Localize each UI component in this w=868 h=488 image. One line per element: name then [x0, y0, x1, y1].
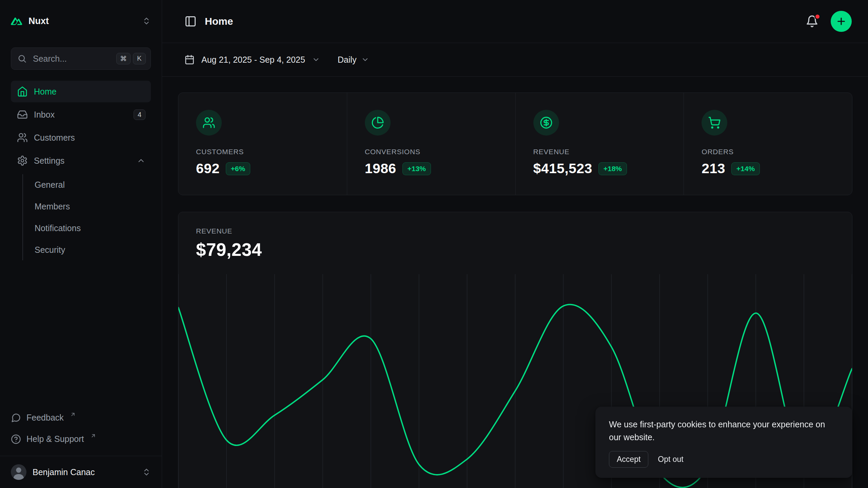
- sidebar-item-label: Home: [34, 87, 57, 97]
- home-icon: [17, 86, 28, 97]
- sidebar-item-home[interactable]: Home: [11, 81, 151, 102]
- users-icon: [17, 132, 28, 143]
- sidebar-bottom: Feedback Help & Support: [0, 407, 162, 488]
- sidebar-item-customers[interactable]: Customers: [11, 127, 151, 148]
- search-icon: [17, 54, 27, 63]
- settings-submenu: General Members Notifications Security: [22, 174, 151, 260]
- stat-value: 692: [196, 161, 220, 177]
- kbd-cmd: ⌘: [116, 53, 131, 64]
- inbox-icon: [17, 109, 28, 120]
- person-silhouette-icon: [11, 464, 26, 480]
- cart-icon: [702, 110, 727, 136]
- stat-delta-badge: +14%: [731, 162, 760, 175]
- external-link-icon: [70, 411, 76, 418]
- calendar-icon: [184, 55, 195, 65]
- cookie-message: We use first-party cookies to enhance yo…: [609, 418, 839, 444]
- cookie-optout-button[interactable]: Opt out: [656, 451, 685, 467]
- feedback-link[interactable]: Feedback: [11, 407, 151, 428]
- add-button[interactable]: [831, 11, 852, 32]
- search-input[interactable]: Search... ⌘ K: [11, 47, 151, 70]
- chevron-down-icon: [312, 56, 320, 64]
- avatar: [11, 464, 26, 480]
- revenue-chart-label: REVENUE: [196, 227, 852, 235]
- plus-icon: [836, 16, 847, 27]
- team-name: Nuxt: [28, 16, 49, 26]
- help-circle-icon: [11, 434, 21, 444]
- stat-value: 1986: [365, 161, 396, 177]
- stat-label: ORDERS: [702, 148, 845, 156]
- granularity-value: Daily: [338, 55, 357, 65]
- stat-label: REVENUE: [533, 148, 677, 156]
- chevrons-up-down-icon: [142, 468, 151, 476]
- search-placeholder: Search...: [33, 54, 67, 64]
- external-link-icon: [90, 433, 96, 439]
- message-circle-icon: [11, 413, 21, 423]
- team-switcher[interactable]: Nuxt: [11, 12, 151, 30]
- users-icon: [196, 110, 222, 136]
- granularity-select[interactable]: Daily: [338, 55, 370, 65]
- stat-value: $415,523: [533, 161, 592, 177]
- stat-value: 213: [702, 161, 725, 177]
- revenue-chart-value: $79,234: [196, 239, 852, 260]
- page-header: Home: [162, 0, 868, 43]
- stat-label: CUSTOMERS: [196, 148, 340, 156]
- sidebar: Nuxt Search... ⌘ K Home: [0, 0, 162, 488]
- stat-orders[interactable]: ORDERS 213 +14%: [684, 93, 852, 195]
- date-range-picker[interactable]: Aug 21, 2025 - Sep 4, 2025: [184, 55, 320, 65]
- stat-revenue[interactable]: REVENUE $415,523 +18%: [515, 93, 684, 195]
- sidebar-item-members[interactable]: Members: [32, 196, 151, 217]
- sidebar-item-notifications[interactable]: Notifications: [32, 218, 151, 239]
- filters-toolbar: Aug 21, 2025 - Sep 4, 2025 Daily: [162, 43, 868, 77]
- user-menu[interactable]: Benjamin Canac: [0, 456, 162, 488]
- stat-conversions[interactable]: CONVERSIONS 1986 +13%: [347, 93, 515, 195]
- sidebar-item-label: Inbox: [34, 110, 55, 120]
- chevron-up-icon: [137, 156, 145, 165]
- page-title: Home: [205, 16, 233, 27]
- nuxt-logo-icon: [11, 17, 22, 25]
- sidebar-nav: Home Inbox 4 Customers: [11, 81, 151, 262]
- sidebar-item-label: Customers: [34, 133, 75, 143]
- notifications-button[interactable]: [804, 14, 820, 29]
- help-support-label: Help & Support: [26, 434, 84, 444]
- sidebar-top: Nuxt Search... ⌘ K Home: [0, 0, 162, 262]
- panel-left-icon[interactable]: [184, 15, 197, 27]
- cookie-banner: We use first-party cookies to enhance yo…: [595, 407, 852, 478]
- user-name: Benjamin Canac: [33, 467, 95, 477]
- stat-delta-badge: +13%: [402, 162, 431, 175]
- sidebar-item-label: Settings: [34, 156, 64, 166]
- chevron-down-icon: [361, 56, 369, 64]
- stat-customers[interactable]: CUSTOMERS 692 +6%: [178, 93, 347, 195]
- stat-delta-badge: +18%: [598, 162, 627, 175]
- chevrons-up-down-icon: [142, 17, 151, 25]
- stat-delta-badge: +6%: [226, 162, 251, 175]
- cookie-accept-button[interactable]: Accept: [609, 451, 648, 468]
- pie-chart-icon: [365, 110, 391, 136]
- sidebar-item-security[interactable]: Security: [32, 239, 151, 260]
- stat-label: CONVERSIONS: [365, 148, 509, 156]
- inbox-count-badge: 4: [134, 109, 145, 120]
- sidebar-item-settings[interactable]: Settings: [11, 150, 151, 171]
- sidebar-item-general[interactable]: General: [32, 174, 151, 195]
- sidebar-item-inbox[interactable]: Inbox 4: [11, 104, 151, 125]
- stats-card-group: CUSTOMERS 692 +6% CONVERSIONS 1986 +13%: [178, 93, 852, 195]
- notification-dot: [814, 14, 821, 20]
- search-shortcut: ⌘ K: [116, 53, 146, 64]
- kbd-k: K: [133, 53, 146, 64]
- date-range-value: Aug 21, 2025 - Sep 4, 2025: [201, 55, 305, 65]
- feedback-label: Feedback: [26, 413, 64, 423]
- circle-dollar-icon: [533, 110, 559, 136]
- gear-icon: [17, 155, 28, 166]
- help-support-link[interactable]: Help & Support: [11, 428, 151, 450]
